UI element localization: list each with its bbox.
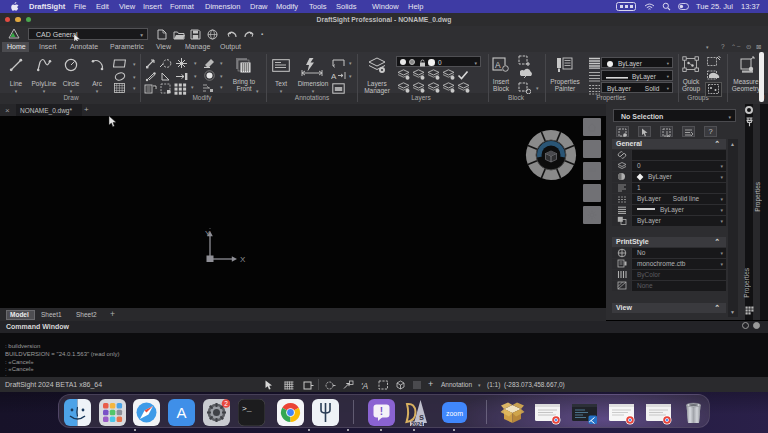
svg-text:>_: >_ (242, 404, 252, 413)
svg-text:A: A (331, 72, 337, 81)
svg-text:'A: 'A (361, 381, 369, 391)
svg-text:!: ! (379, 405, 382, 416)
svg-text:A: A (495, 60, 501, 70)
svg-text:2: 2 (224, 400, 228, 407)
svg-text:A: A (176, 404, 186, 421)
svg-text:zoom: zoom (445, 409, 462, 416)
svg-text:X: X (240, 255, 246, 262)
svg-text:2024: 2024 (410, 420, 423, 425)
